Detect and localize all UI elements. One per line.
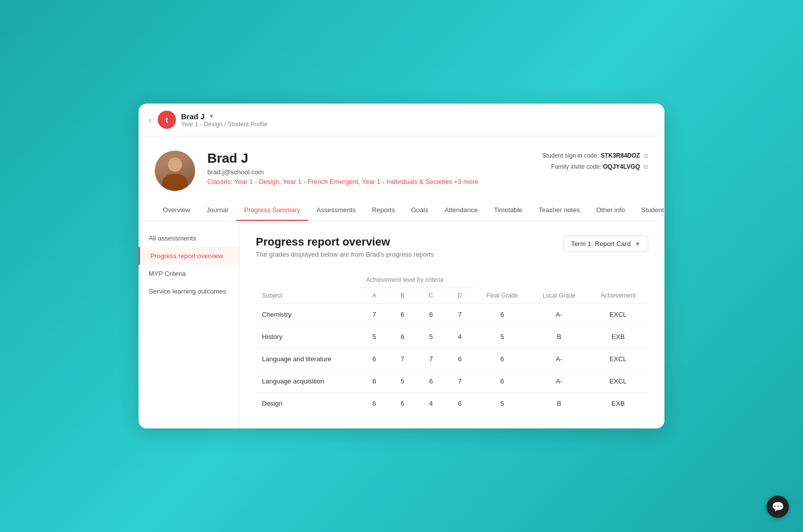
local-grade-col-header: Local Grade [530,272,588,304]
term-selector-dropdown[interactable]: Term 1: Report Card ▼ [563,235,648,252]
content-area: All assessmentsProgress report overviewM… [139,221,664,428]
main-card: ‹ t Brad J ▼ Year 1 - Design / Student P… [139,104,664,428]
report-title: Progress report overview [256,235,434,249]
sidebar-item-progress-report-overview[interactable]: Progress report overview [139,247,239,265]
criteria-d-cell: 6 [445,348,474,370]
final-grade-cell: 6 [474,370,530,393]
sign-in-code-row: Student sign in code: STK3R84DOZ ⧉ [542,151,648,162]
report-header: Progress report overview The grades disp… [256,235,648,258]
local-grade-cell: B [530,393,588,415]
sidebar-item-myp-criteria[interactable]: MYP Criteria [139,265,239,282]
achievement-cell: EXCL [588,370,648,393]
criteria-b-cell: 7 [388,348,417,370]
tab-student-files[interactable]: Student files [633,200,664,221]
grades-table: Subject Achievement level by criteria Fi… [256,272,648,414]
criteria-b-cell: 5 [388,370,417,393]
criteria-d-cell: 6 [445,393,474,415]
tab-teacher-notes[interactable]: Teacher notes [530,200,588,221]
term-dropdown-arrow-icon: ▼ [635,240,641,248]
table-row: Design66465BEXB [256,393,648,415]
tab-other-info[interactable]: Other info [588,200,633,221]
back-button[interactable]: ‹ [149,115,152,125]
table-row: Language and literature67766A-EXCL [256,348,648,370]
criteria-c-cell: 6 [417,304,445,326]
main-content: Progress report overview The grades disp… [240,221,664,428]
term-selector-label: Term 1: Report Card [571,240,631,248]
criteria-d-cell: 7 [445,370,474,393]
criteria-b-cell: 6 [388,393,417,415]
criteria-a-cell: 6 [360,348,388,370]
achievement-cell: EXCL [588,304,648,326]
criteria-group-header: Achievement level by criteria [360,272,474,288]
tab-journal[interactable]: Journal [198,200,236,221]
copy-family-code-icon[interactable]: ⧉ [644,162,648,173]
criteria-a-cell: 7 [360,304,388,326]
top-bar: ‹ t Brad J ▼ Year 1 - Design / Student P… [139,104,664,136]
more-classes-link[interactable]: +3 more [454,178,478,185]
tab-overview[interactable]: Overview [155,200,198,221]
criteria-b-cell: 6 [388,326,417,348]
sign-in-label: Student sign in code: [542,152,599,159]
family-invite-code: OQJY4LVGQ [603,163,640,170]
family-code-row: Family invite code: OQJY4LVGQ ⧉ [542,162,648,173]
report-title-group: Progress report overview The grades disp… [256,235,434,258]
tab-goals[interactable]: Goals [403,200,436,221]
family-invite-label: Family invite code: [551,163,601,170]
achievement-col-header: Achievement [588,272,648,304]
tab-progress-summary[interactable]: Progress Summary [236,200,308,221]
criteria-col-d: D [445,288,474,304]
copy-sign-in-icon[interactable]: ⧉ [644,151,648,162]
classes-text: Classes: Year 1 - Design, Year 1 - Frenc… [207,178,452,185]
sidebar-item-service-learning-outcomes[interactable]: Service learning outcomes [139,282,239,300]
subject-cell: Language and literature [256,348,360,370]
criteria-col-b: B [388,288,417,304]
local-grade-cell: A- [530,304,588,326]
achievement-cell: EXCL [588,348,648,370]
final-grade-cell: 5 [474,393,530,415]
sidebar-item-all-assessments[interactable]: All assessments [139,229,239,247]
criteria-d-cell: 7 [445,304,474,326]
report-subtitle: The grades displayed below are from Brad… [256,251,434,258]
subject-cell: Language acquisition [256,370,360,393]
tab-attendance[interactable]: Attendance [436,200,486,221]
subject-cell: Design [256,393,360,415]
sidebar: All assessmentsProgress report overviewM… [139,221,240,428]
criteria-col-c: C [417,288,445,304]
final-grade-cell: 6 [474,348,530,370]
criteria-a-cell: 6 [360,370,388,393]
criteria-a-cell: 6 [360,393,388,415]
profile-section: Brad J brad.j@school.com Classes: Year 1… [139,136,664,191]
criteria-d-cell: 4 [445,326,474,348]
profile-email: brad.j@school.com [207,168,530,176]
subject-col-header: Subject [256,272,360,304]
criteria-b-cell: 6 [388,304,417,326]
profile-photo [155,151,195,191]
final-grade-cell: 5 [474,326,530,348]
tab-assessments[interactable]: Assessments [308,200,364,221]
criteria-c-cell: 4 [417,393,445,415]
profile-name: Brad J [207,151,530,166]
chat-bubble-button[interactable]: 💬 [767,496,789,518]
final-grade-col-header: Final Grade [474,272,530,304]
table-row: Language acquisition65676A-EXCL [256,370,648,393]
avatar: t [158,111,176,129]
profile-meta: Student sign in code: STK3R84DOZ ⧉ Famil… [542,151,648,172]
more-options-button[interactable]: ··· [573,151,584,161]
local-grade-cell: A- [530,370,588,393]
table-row: Chemistry76676A-EXCL [256,304,648,326]
profile-classes: Classes: Year 1 - Design, Year 1 - Frenc… [207,178,530,185]
chevron-down-icon[interactable]: ▼ [209,113,214,119]
table-row: History56545BEXB [256,326,648,348]
local-grade-cell: A- [530,348,588,370]
achievement-cell: EXB [588,393,648,415]
subject-cell: History [256,326,360,348]
tab-reports[interactable]: Reports [364,200,403,221]
achievement-cell: EXB [588,326,648,348]
criteria-col-a: A [360,288,388,304]
criteria-c-cell: 7 [417,348,445,370]
student-context: Brad J ▼ Year 1 - Design / Student Profi… [181,112,267,128]
tab-timetable[interactable]: Timetable [486,200,531,221]
criteria-c-cell: 6 [417,370,445,393]
local-grade-cell: B [530,326,588,348]
tabs-bar: OverviewJournalProgress SummaryAssessmen… [139,200,664,221]
